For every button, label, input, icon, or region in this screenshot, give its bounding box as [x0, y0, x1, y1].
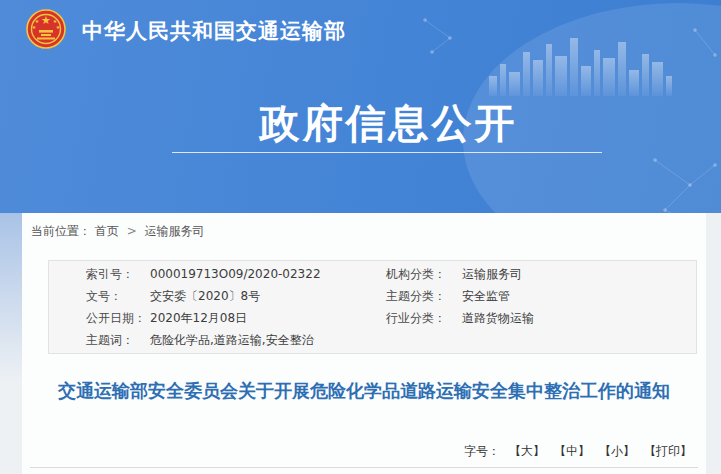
page-header: ★ ★ ★ ★ ★ 中华人民共和国交通运输部 政府信息公开 — [0, 0, 721, 213]
national-emblem-icon: ★ ★ ★ ★ ★ — [26, 9, 66, 53]
publish-date-label: 公开日期： — [86, 307, 150, 329]
metadata-table: 索引号： 000019713O09/2020-02322 机构分类： 运输服务司… — [48, 260, 697, 354]
site-name: 中华人民共和国交通运输部 — [82, 17, 346, 45]
industry-category-label: 行业分类： — [386, 307, 462, 329]
breadcrumb-home-link[interactable]: 首页 — [95, 224, 119, 238]
doc-number-label: 文号： — [86, 285, 150, 307]
breadcrumb: 当前位置： 首页 > 运输服务司 — [22, 213, 706, 240]
banner-underline — [172, 152, 602, 153]
font-large-button[interactable]: 【大】 — [509, 444, 545, 458]
content-card: 当前位置： 首页 > 运输服务司 索引号： 000019713O09/2020-… — [22, 213, 706, 474]
org-category-value: 运输服务司 — [462, 263, 696, 285]
document-title: 交通运输部安全委员会关于开展危险化学品道路运输安全集中整治工作的通知 — [44, 377, 684, 405]
empty-label — [386, 329, 462, 351]
print-button[interactable]: 【打印】 — [644, 444, 692, 458]
keywords-label: 主题词： — [86, 329, 150, 351]
publish-date-value: 2020年12月08日 — [150, 307, 386, 329]
banner-title: 政府信息公开 — [0, 96, 721, 151]
keywords-value: 危险化学品,道路运输,安全整治 — [150, 329, 386, 351]
svg-text:★: ★ — [32, 24, 37, 30]
topic-category-value: 安全监管 — [462, 285, 696, 307]
table-row: 文号： 交安委〔2020〕8号 主题分类： 安全监管 — [49, 285, 696, 307]
svg-text:★: ★ — [56, 24, 61, 30]
doc-number-value: 交安委〔2020〕8号 — [150, 285, 386, 307]
table-row: 公开日期： 2020年12月08日 行业分类： 道路货物运输 — [49, 307, 696, 329]
breadcrumb-separator: > — [127, 224, 137, 238]
svg-text:★: ★ — [41, 14, 51, 27]
index-number-value: 000019713O09/2020-02322 — [150, 263, 386, 285]
index-number-label: 索引号： — [86, 263, 150, 285]
font-medium-button[interactable]: 【中】 — [554, 444, 590, 458]
org-category-label: 机构分类： — [386, 263, 462, 285]
font-size-label: 字号： — [464, 444, 500, 458]
topic-category-label: 主题分类： — [386, 285, 462, 307]
table-row: 主题词： 危险化学品,道路运输,安全整治 — [49, 329, 696, 351]
font-size-toolbar: 字号：【大】【中】【小】【打印】 — [464, 443, 692, 460]
site-logo-link[interactable]: ★ ★ ★ ★ ★ 中华人民共和国交通运输部 — [26, 9, 346, 53]
empty-value — [462, 329, 696, 351]
breadcrumb-label: 当前位置： — [31, 224, 91, 238]
industry-category-value: 道路货物运输 — [462, 307, 696, 329]
table-row: 索引号： 000019713O09/2020-02322 机构分类： 运输服务司 — [49, 263, 696, 285]
toolbar-divider — [30, 467, 698, 468]
breadcrumb-section-link[interactable]: 运输服务司 — [145, 224, 205, 238]
font-small-button[interactable]: 【小】 — [599, 444, 635, 458]
left-fade-decoration — [0, 213, 22, 383]
